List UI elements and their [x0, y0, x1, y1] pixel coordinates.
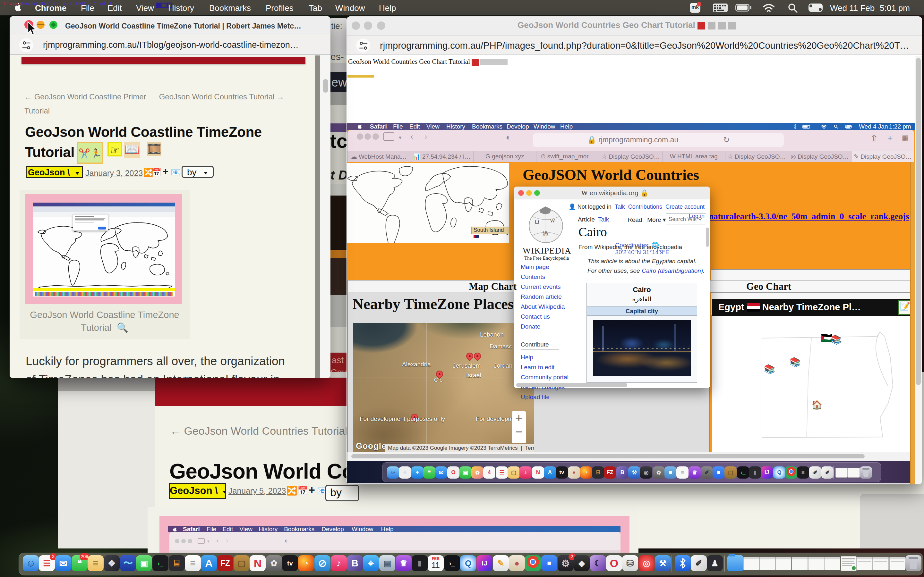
svg-text:W: W	[550, 218, 556, 224]
svg-text:滆: 滆	[543, 230, 548, 236]
svg-text:Ω: Ω	[535, 219, 540, 226]
